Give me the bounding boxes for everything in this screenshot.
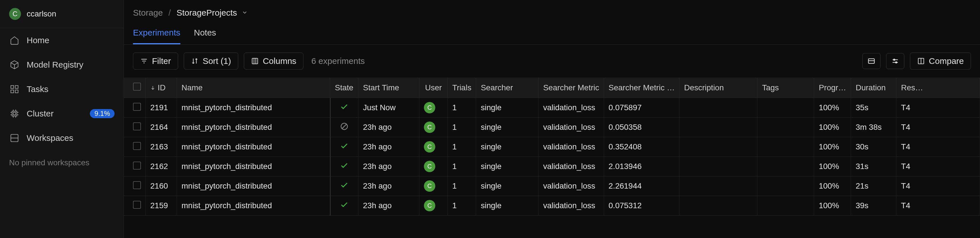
row-checkbox[interactable] xyxy=(124,176,146,196)
sidebar-item-label: Model Registry xyxy=(27,60,83,70)
breadcrumb-root[interactable]: Storage xyxy=(133,8,163,18)
workspaces-icon xyxy=(9,133,20,144)
col-user[interactable]: User xyxy=(419,78,448,98)
table-row[interactable]: 2160mnist_pytorch_distributed23h agoC1si… xyxy=(124,176,980,196)
col-res[interactable]: Res… xyxy=(896,78,980,98)
table-row[interactable]: 2191mnist_pytorch_distributedJust NowC1s… xyxy=(124,98,980,118)
tabs: Experiments Notes xyxy=(124,18,980,45)
cell-start: 23h ago xyxy=(358,137,419,157)
cell-desc xyxy=(679,176,757,196)
cell-name[interactable]: mnist_pytorch_distributed xyxy=(177,98,330,118)
cell-id: 2164 xyxy=(146,118,177,137)
columns-button[interactable]: Columns xyxy=(244,53,304,70)
col-tags[interactable]: Tags xyxy=(757,78,814,98)
cell-name[interactable]: mnist_pytorch_distributed xyxy=(177,118,330,137)
sidebar-item-label: Home xyxy=(27,35,49,45)
cell-prog: 100% xyxy=(814,98,851,118)
cell-name[interactable]: mnist_pytorch_distributed xyxy=(177,137,330,157)
col-state[interactable]: State xyxy=(330,78,358,98)
sidebar-item-cluster[interactable]: Cluster 9.1% xyxy=(0,101,124,126)
col-name[interactable]: Name xyxy=(177,78,330,98)
row-checkbox[interactable] xyxy=(124,157,146,176)
breadcrumb-current[interactable]: StorageProjects xyxy=(177,8,248,18)
col-select-all[interactable] xyxy=(124,78,146,98)
cell-metricval: 2.013946 xyxy=(604,157,679,176)
columns-label: Columns xyxy=(263,56,296,66)
sidebar-item-model-registry[interactable]: Model Registry xyxy=(0,53,124,77)
state-icon xyxy=(340,102,348,111)
cell-state xyxy=(330,137,358,157)
col-id[interactable]: ID xyxy=(146,78,177,98)
col-desc[interactable]: Description xyxy=(679,78,757,98)
cell-searcher: single xyxy=(476,176,538,196)
svg-rect-2 xyxy=(15,90,18,93)
cell-metric: validation_loss xyxy=(538,176,604,196)
compare-button[interactable]: Compare xyxy=(910,53,971,70)
tab-experiments[interactable]: Experiments xyxy=(133,28,180,44)
col-trials[interactable]: Trials xyxy=(448,78,476,98)
cell-desc xyxy=(679,196,757,216)
avatar: C xyxy=(424,200,435,211)
sidebar-item-tasks[interactable]: Tasks xyxy=(0,77,124,101)
cell-trials: 1 xyxy=(448,118,476,137)
cell-dur: 21s xyxy=(851,176,896,196)
cell-dur: 35s xyxy=(851,98,896,118)
avatar: C xyxy=(424,180,435,192)
cell-prog: 100% xyxy=(814,118,851,137)
row-checkbox[interactable] xyxy=(124,196,146,216)
svg-rect-3 xyxy=(11,90,14,93)
row-checkbox[interactable] xyxy=(124,98,146,118)
table: ID Name State Start Time User Trials Sea… xyxy=(124,78,980,238)
cell-id: 2159 xyxy=(146,196,177,216)
cell-name[interactable]: mnist_pytorch_distributed xyxy=(177,157,330,176)
checkbox-icon xyxy=(133,122,141,130)
card-view-button[interactable] xyxy=(862,53,880,69)
col-metricval[interactable]: Searcher Metric … xyxy=(604,78,679,98)
col-metric[interactable]: Searcher Metric xyxy=(538,78,604,98)
table-row[interactable]: 2159mnist_pytorch_distributed23h agoC1si… xyxy=(124,196,980,216)
sidebar-item-workspaces[interactable]: Workspaces xyxy=(0,126,124,150)
avatar: C xyxy=(424,161,435,172)
cell-searcher: single xyxy=(476,118,538,137)
filter-button[interactable]: Filter xyxy=(133,53,178,70)
tab-notes[interactable]: Notes xyxy=(194,28,216,44)
cell-metricval: 0.075312 xyxy=(604,196,679,216)
compare-label: Compare xyxy=(929,56,964,66)
cell-trials: 1 xyxy=(448,137,476,157)
col-dur[interactable]: Duration xyxy=(851,78,896,98)
cell-trials: 1 xyxy=(448,196,476,216)
breadcrumb-sep: / xyxy=(169,8,171,18)
experiment-count: 6 experiments xyxy=(311,56,365,66)
settings-button[interactable] xyxy=(886,53,904,69)
table-row[interactable]: 2164mnist_pytorch_distributed23h agoC1si… xyxy=(124,118,980,137)
cell-name[interactable]: mnist_pytorch_distributed xyxy=(177,176,330,196)
cell-start: 23h ago xyxy=(358,196,419,216)
cell-desc xyxy=(679,118,757,137)
cell-name[interactable]: mnist_pytorch_distributed xyxy=(177,196,330,216)
sort-button[interactable]: Sort (1) xyxy=(184,53,238,70)
cell-tags xyxy=(757,196,814,216)
cell-prog: 100% xyxy=(814,196,851,216)
cell-prog: 100% xyxy=(814,137,851,157)
cell-metricval: 0.075897 xyxy=(604,98,679,118)
avatar: C xyxy=(424,141,435,153)
cell-start: 23h ago xyxy=(358,176,419,196)
state-icon xyxy=(340,201,348,209)
col-searcher[interactable]: Searcher xyxy=(476,78,538,98)
user-block[interactable]: C ccarlson xyxy=(0,0,124,28)
filter-label: Filter xyxy=(152,56,171,66)
home-icon xyxy=(9,35,20,46)
cell-user: C xyxy=(419,176,448,196)
col-start[interactable]: Start Time xyxy=(358,78,419,98)
cell-start: 23h ago xyxy=(358,118,419,137)
cell-start: Just Now xyxy=(358,98,419,118)
col-prog[interactable]: Progr… xyxy=(814,78,851,98)
row-checkbox[interactable] xyxy=(124,137,146,157)
table-row[interactable]: 2162mnist_pytorch_distributed23h agoC1si… xyxy=(124,157,980,176)
chip-icon xyxy=(9,108,20,119)
sidebar-item-home[interactable]: Home xyxy=(0,28,124,53)
cell-id: 2191 xyxy=(146,98,177,118)
row-checkbox[interactable] xyxy=(124,118,146,137)
table-row[interactable]: 2163mnist_pytorch_distributed23h agoC1si… xyxy=(124,137,980,157)
cell-searcher: single xyxy=(476,98,538,118)
